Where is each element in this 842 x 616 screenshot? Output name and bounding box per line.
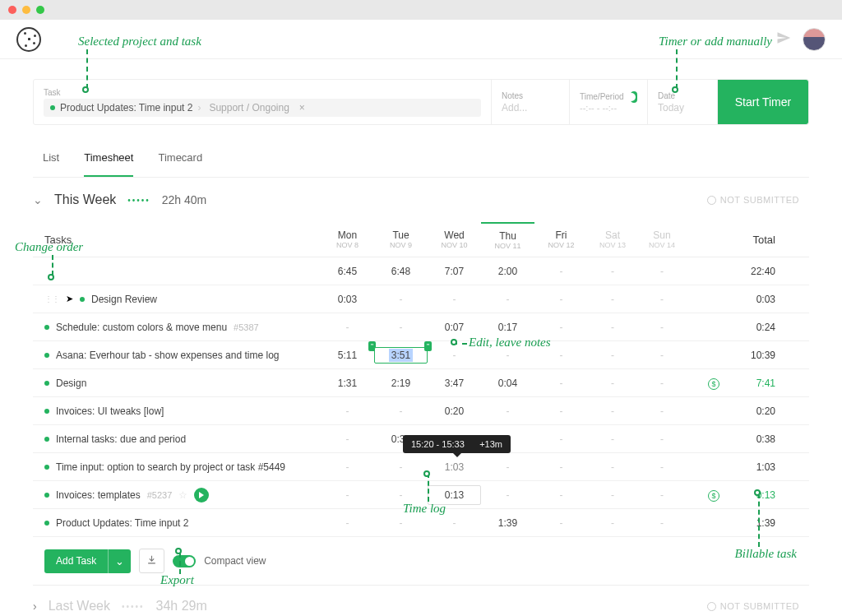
time-cell[interactable]: - bbox=[637, 374, 687, 392]
time-cell[interactable]: 5:11” bbox=[321, 346, 374, 364]
time-cell[interactable]: 1:39 bbox=[481, 514, 534, 532]
day-header-wed: Wed bbox=[431, 229, 478, 241]
task-name-label[interactable]: Time input: option to search by project … bbox=[56, 461, 285, 473]
time-cell[interactable]: - bbox=[637, 346, 687, 364]
time-cell[interactable]: 3:47 bbox=[428, 374, 481, 392]
time-cell[interactable]: 0:07 bbox=[428, 318, 481, 336]
time-cell[interactable]: - bbox=[588, 458, 637, 476]
time-cell[interactable]: - bbox=[588, 290, 637, 308]
time-mode-toggle[interactable] bbox=[631, 91, 637, 103]
export-button[interactable] bbox=[139, 549, 164, 573]
maximize-window-dot[interactable] bbox=[36, 6, 44, 14]
date-input[interactable]: Today bbox=[658, 102, 707, 113]
time-cell[interactable]: - bbox=[481, 486, 534, 504]
tab-timecard[interactable]: Timecard bbox=[158, 140, 202, 177]
task-name-label[interactable]: Schedule: custom colors & move menu bbox=[56, 322, 227, 333]
time-cell[interactable]: - bbox=[637, 290, 687, 308]
collapse-week-icon[interactable]: ⌄ bbox=[33, 193, 43, 206]
clock-icon bbox=[707, 602, 716, 611]
time-cell[interactable]: - bbox=[534, 402, 588, 420]
time-cell[interactable]: - bbox=[481, 402, 534, 420]
time-cell[interactable]: - bbox=[534, 514, 588, 532]
drag-handle-icon[interactable]: ⋮⋮ bbox=[44, 294, 59, 303]
time-cell[interactable]: 1:31 bbox=[321, 374, 374, 392]
time-cell[interactable]: - bbox=[588, 374, 637, 392]
day-header-thu: Thu bbox=[484, 230, 531, 242]
add-task-button[interactable]: Add Task bbox=[44, 549, 108, 573]
time-cell[interactable]: 0:03 bbox=[321, 290, 374, 308]
time-cell[interactable]: 0:04 bbox=[481, 374, 534, 392]
time-cell[interactable]: 0:17 bbox=[481, 318, 534, 336]
time-cell[interactable]: - bbox=[534, 318, 588, 336]
time-cell[interactable]: 0:20 bbox=[428, 402, 481, 420]
task-name-label[interactable]: Invoices: UI tweaks [low] bbox=[56, 405, 164, 417]
time-cell[interactable]: - bbox=[534, 374, 588, 392]
collapse-last-week-icon[interactable]: › bbox=[33, 600, 37, 613]
time-cell[interactable]: - bbox=[588, 430, 637, 448]
time-cell[interactable]: - bbox=[374, 290, 428, 308]
time-cell[interactable]: - bbox=[637, 458, 687, 476]
time-cell[interactable]: - bbox=[321, 514, 374, 532]
task-name-label[interactable]: Internal tasks: due and period bbox=[56, 433, 186, 445]
time-cell[interactable]: - bbox=[374, 402, 428, 420]
remove-chip-icon[interactable]: × bbox=[299, 102, 305, 113]
time-cell[interactable]: ”3:51 bbox=[374, 347, 428, 364]
task-name-label[interactable]: Design Review bbox=[91, 294, 157, 305]
week-title: This Week bbox=[54, 192, 116, 207]
task-row: Invoices: UI tweaks [low]--0:20----0:20 bbox=[33, 397, 809, 425]
notifications-icon[interactable] bbox=[776, 30, 791, 49]
time-cell[interactable]: - bbox=[428, 346, 481, 364]
time-cell[interactable]: - bbox=[588, 514, 637, 532]
close-window-dot[interactable] bbox=[8, 6, 16, 14]
time-cell[interactable]: - bbox=[534, 458, 588, 476]
start-timer-button[interactable]: Start Timer bbox=[718, 80, 808, 124]
time-cell[interactable]: - bbox=[428, 290, 481, 308]
app-logo[interactable] bbox=[16, 27, 41, 52]
time-cell[interactable]: - bbox=[374, 318, 428, 336]
time-cell[interactable]: 0:13 bbox=[428, 485, 481, 505]
time-cell[interactable]: - bbox=[321, 318, 374, 336]
time-cell[interactable]: - bbox=[374, 458, 428, 476]
minimize-window-dot[interactable] bbox=[22, 6, 30, 14]
time-cell[interactable]: - bbox=[637, 486, 687, 504]
time-cell[interactable]: - bbox=[588, 318, 637, 336]
task-name-label[interactable]: Design bbox=[56, 377, 86, 389]
add-task-dropdown[interactable]: ⌄ bbox=[108, 549, 131, 573]
time-cell[interactable]: - bbox=[588, 346, 637, 364]
compact-view-toggle[interactable] bbox=[173, 555, 196, 567]
time-cell[interactable]: - bbox=[637, 430, 687, 448]
time-cell[interactable]: - bbox=[588, 402, 637, 420]
tab-list[interactable]: List bbox=[43, 140, 59, 177]
task-name-label[interactable]: Asana: Everhour tab - show expenses and … bbox=[56, 350, 280, 361]
task-name-label[interactable]: Product Updates: Time input 2 bbox=[56, 517, 188, 529]
time-cell[interactable]: - bbox=[637, 402, 687, 420]
task-name-label[interactable]: Invoices: templates bbox=[56, 489, 141, 501]
time-cell[interactable]: - bbox=[374, 486, 428, 504]
time-cell[interactable]: - bbox=[637, 318, 687, 336]
time-cell[interactable]: - bbox=[588, 486, 637, 504]
time-cell[interactable]: - bbox=[321, 402, 374, 420]
time-cell[interactable]: - bbox=[481, 346, 534, 364]
time-cell[interactable]: - bbox=[321, 486, 374, 504]
time-cell[interactable]: - bbox=[534, 430, 588, 448]
play-icon[interactable] bbox=[194, 488, 209, 503]
time-cell[interactable]: - bbox=[637, 514, 687, 532]
time-cell[interactable]: - bbox=[374, 514, 428, 532]
star-icon[interactable]: ☆ bbox=[178, 489, 187, 501]
time-cell[interactable]: - bbox=[321, 430, 374, 448]
time-cell[interactable]: 2:19 bbox=[374, 374, 428, 392]
time-cell[interactable]: - bbox=[534, 486, 588, 504]
time-cell[interactable]: - bbox=[321, 458, 374, 476]
notes-input[interactable]: Add... bbox=[502, 102, 559, 113]
note-badge-icon[interactable]: ” bbox=[424, 341, 432, 351]
time-cell[interactable]: - bbox=[481, 458, 534, 476]
time-cell[interactable]: - bbox=[534, 290, 588, 308]
user-avatar[interactable] bbox=[803, 28, 826, 51]
tab-timesheet[interactable]: Timesheet bbox=[84, 140, 133, 177]
time-cell[interactable]: - bbox=[481, 290, 534, 308]
time-input[interactable]: --:-- - --:-- bbox=[580, 103, 637, 113]
time-cell[interactable]: - bbox=[428, 514, 481, 532]
time-cell[interactable]: 15:20 - 15:33 +13m1:03 bbox=[428, 458, 481, 476]
selected-task-chip[interactable]: Product Updates: Time input 2 › Support … bbox=[44, 99, 481, 117]
time-cell[interactable]: - bbox=[534, 346, 588, 364]
